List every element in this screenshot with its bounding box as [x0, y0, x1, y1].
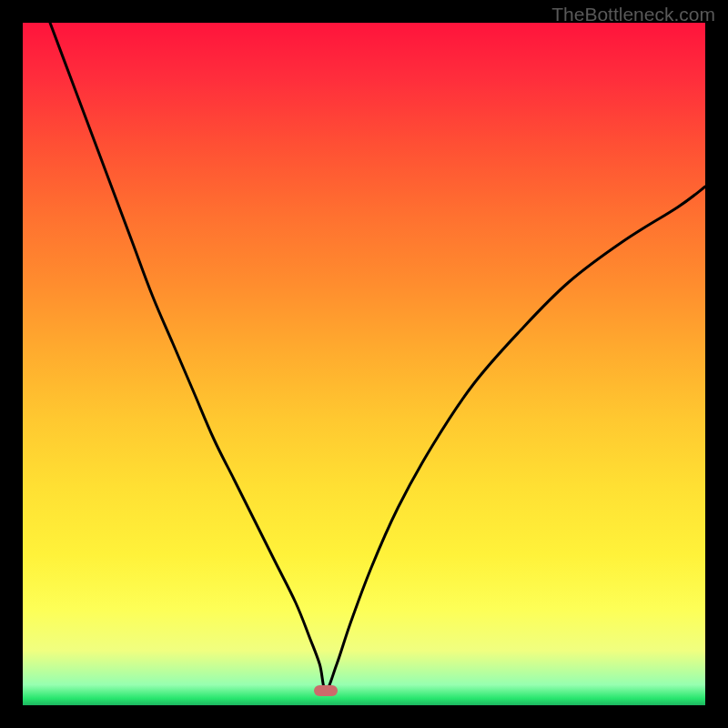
outer-frame: TheBottleneck.com	[0, 0, 728, 728]
plot-area	[23, 23, 705, 705]
bottleneck-curve	[23, 23, 705, 705]
watermark-text: TheBottleneck.com	[551, 4, 715, 25]
minimum-marker	[314, 685, 338, 696]
